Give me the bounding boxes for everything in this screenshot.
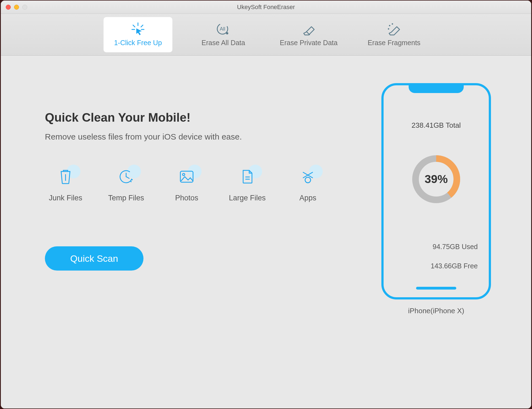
category-large-files[interactable]: Large Files xyxy=(227,168,268,202)
device-panel: 238.41GB Total 39% 94.75GB Used 143.66GB… xyxy=(369,83,504,375)
svg-point-9 xyxy=(389,25,390,26)
storage-used: 94.75GB Used xyxy=(384,237,478,256)
tab-bar: 1-Click Free Up All Erase All Data Erase… xyxy=(1,14,531,56)
category-photos[interactable]: Photos xyxy=(166,168,207,202)
tab-erase-all[interactable]: All Erase All Data xyxy=(189,17,258,52)
category-row: Junk Files Temp Files xyxy=(45,168,369,202)
svg-point-22 xyxy=(305,177,311,183)
svg-point-19 xyxy=(183,173,185,176)
category-apps[interactable]: Apps xyxy=(287,168,329,202)
left-pane: Quick Clean Your Mobile! Remove useless … xyxy=(45,111,369,375)
eraser-icon xyxy=(301,22,316,36)
app-window: UkeySoft FoneEraser 1-Click Free Up xyxy=(1,1,531,408)
traffic-lights xyxy=(1,5,27,10)
tab-label: 1-Click Free Up xyxy=(114,39,162,47)
phone-notch xyxy=(409,85,464,93)
svg-rect-18 xyxy=(180,171,193,182)
svg-line-8 xyxy=(306,32,310,35)
trash-icon xyxy=(59,169,72,184)
svg-point-10 xyxy=(392,23,393,25)
svg-line-2 xyxy=(141,25,143,27)
storage-total: 238.41GB Total xyxy=(412,121,461,130)
phone-home-bar xyxy=(416,287,456,290)
quick-scan-button[interactable]: Quick Scan xyxy=(45,246,143,271)
tab-label: Erase Private Data xyxy=(280,39,338,47)
svg-point-16 xyxy=(131,181,132,182)
category-junk-files[interactable]: Junk Files xyxy=(45,168,86,202)
page-subline: Remove useless files from your iOS devic… xyxy=(45,132,369,141)
category-label: Junk Files xyxy=(49,194,82,202)
minimize-button[interactable] xyxy=(14,5,19,10)
page-headline: Quick Clean Your Mobile! xyxy=(45,111,369,124)
titlebar: UkeySoft FoneEraser xyxy=(1,1,531,14)
tab-free-up[interactable]: 1-Click Free Up xyxy=(104,17,172,52)
svg-line-15 xyxy=(126,177,129,178)
file-icon xyxy=(241,169,254,184)
erase-all-icon: All xyxy=(216,22,231,36)
svg-line-1 xyxy=(133,25,135,27)
storage-ring-chart: 39% xyxy=(409,152,464,207)
device-name: iPhone(iPhone X) xyxy=(408,307,464,315)
category-temp-files[interactable]: Temp Files xyxy=(105,168,147,202)
tab-erase-fragments[interactable]: Erase Fragments xyxy=(360,17,428,52)
photo-icon xyxy=(179,170,194,183)
svg-text:All: All xyxy=(220,26,225,32)
tab-label: Erase Fragments xyxy=(368,39,420,47)
main-content: Quick Clean Your Mobile! Remove useless … xyxy=(1,56,531,408)
tab-label: Erase All Data xyxy=(202,39,245,47)
fragments-icon xyxy=(386,22,402,36)
storage-free: 143.66GB Free xyxy=(384,256,478,276)
svg-point-11 xyxy=(388,28,389,30)
category-label: Apps xyxy=(299,194,316,202)
category-label: Temp Files xyxy=(108,194,144,202)
cursor-click-icon xyxy=(130,22,146,36)
apps-icon xyxy=(300,170,315,183)
close-button[interactable] xyxy=(6,5,11,10)
tab-erase-private[interactable]: Erase Private Data xyxy=(274,17,343,52)
category-label: Large Files xyxy=(229,194,266,202)
maximize-button[interactable] xyxy=(22,5,27,10)
phone-frame: 238.41GB Total 39% 94.75GB Used 143.66GB… xyxy=(381,83,491,299)
window-title: UkeySoft FoneEraser xyxy=(237,4,295,11)
storage-used-percent: 39% xyxy=(425,173,448,186)
storage-details: 94.75GB Used 143.66GB Free xyxy=(384,237,489,276)
svg-point-7 xyxy=(226,32,228,34)
category-label: Photos xyxy=(175,194,198,202)
svg-point-17 xyxy=(132,179,133,180)
clock-icon xyxy=(119,169,134,184)
